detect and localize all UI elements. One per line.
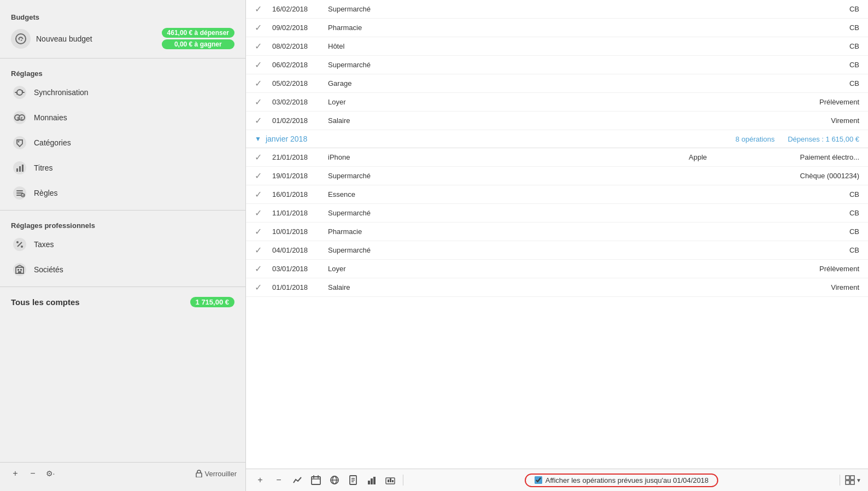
svg-point-8 <box>18 141 20 143</box>
svg-rect-50 <box>846 481 849 484</box>
check-icon: ✓ <box>255 245 266 255</box>
trans-type: Virement <box>761 283 859 291</box>
table-row[interactable]: ✓ 09/02/2018 Pharmacie CB <box>246 19 868 37</box>
bottom-toolbar: + − <box>246 469 868 491</box>
table-row[interactable]: ✓ 19/01/2018 Supermarché Chèque (0001234… <box>246 167 868 185</box>
budgets-section-title: Budgets <box>0 9 245 24</box>
sidebar-item-synchronisation[interactable]: Synchronisation <box>0 80 245 105</box>
table-row[interactable]: ✓ 06/02/2018 Supermarché CB <box>246 56 868 74</box>
trans-desc: Loyer <box>328 98 682 106</box>
trans-type: CB <box>761 246 859 254</box>
trans-type: CB <box>761 42 859 50</box>
bar-chart-svg <box>385 475 395 485</box>
budget-section: Nouveau budget 461,00 € à dépenser 0,00 … <box>0 24 245 54</box>
chart-line-svg <box>292 475 302 485</box>
main-content: ✓ 16/02/2018 Supermarché CB ✓ 09/02/2018… <box>246 0 868 491</box>
table-row[interactable]: ✓ 08/02/2018 Hôtel CB <box>246 37 868 56</box>
svg-rect-15 <box>16 192 23 194</box>
societes-label: Sociétés <box>34 265 63 274</box>
sidebar-item-categories[interactable]: Catégories <box>0 130 245 155</box>
globe-icon[interactable] <box>327 472 342 488</box>
taxes-label: Taxes <box>34 240 54 249</box>
forecast-checkbox[interactable] <box>535 476 542 484</box>
nouveau-budget-label[interactable]: Nouveau budget <box>36 34 156 43</box>
check-icon: ✓ <box>255 97 266 107</box>
svg-rect-25 <box>20 269 22 271</box>
trans-type: Prélèvement <box>761 265 859 273</box>
trans-date: 04/01/2018 <box>272 246 321 254</box>
svg-rect-49 <box>851 476 854 480</box>
table-row[interactable]: ✓ 01/02/2018 Salaire Virement <box>246 112 868 130</box>
table-row[interactable]: ✓ 01/01/2018 Salaire Virement <box>246 278 868 297</box>
document-icon[interactable] <box>345 472 361 488</box>
table-row[interactable]: ✓ 05/02/2018 Garage CB <box>246 74 868 93</box>
trans-type: Chèque (0001234) <box>761 172 859 180</box>
table-row[interactable]: ✓ 04/01/2018 Supermarché CB <box>246 241 868 260</box>
svg-rect-11 <box>19 166 21 172</box>
table-row[interactable]: ✓ 21/01/2018 iPhone Apple Paiement élect… <box>246 148 868 167</box>
table-row[interactable]: ✓ 16/01/2018 Essence CB <box>246 185 868 204</box>
sidebar-item-regles[interactable]: Règles <box>0 180 245 206</box>
svg-text:€: € <box>21 116 24 121</box>
svg-rect-12 <box>22 165 24 172</box>
trans-type: CB <box>761 5 859 13</box>
trans-type: CB <box>761 24 859 32</box>
budget-icon <box>11 29 31 49</box>
trans-desc: iPhone <box>328 153 682 161</box>
trans-type: CB <box>761 209 859 217</box>
svg-rect-43 <box>373 477 376 484</box>
chart-line-icon[interactable] <box>290 472 305 488</box>
sidebar-item-monnaies[interactable]: $ € Monnaies <box>0 105 245 130</box>
table-row[interactable]: ✓ 11/01/2018 Supermarché CB <box>246 204 868 223</box>
trans-type: CB <box>761 79 859 87</box>
sync-icon <box>11 84 28 101</box>
table-row[interactable]: ✓ 03/01/2018 Loyer Prélèvement <box>246 260 868 278</box>
svg-point-19 <box>16 241 19 243</box>
sidebar-item-titres[interactable]: Titres <box>0 155 245 180</box>
month-name[interactable]: janvier 2018 <box>266 135 731 143</box>
check-icon: ✓ <box>255 4 266 14</box>
lock-button[interactable]: Verrouiller <box>196 470 237 478</box>
svg-rect-45 <box>388 480 389 482</box>
table-row[interactable]: ✓ 16/02/2018 Supermarché CB <box>246 0 868 19</box>
table-row[interactable]: ✓ 10/01/2018 Pharmacie CB <box>246 223 868 241</box>
table-row[interactable]: ✓ 03/02/2018 Loyer Prélèvement <box>246 93 868 112</box>
building-icon <box>11 261 28 278</box>
calendar-icon[interactable] <box>308 472 324 488</box>
stats-svg <box>367 475 377 485</box>
trans-desc: Supermarché <box>328 172 682 180</box>
rules-icon <box>11 184 28 202</box>
check-icon: ✓ <box>255 208 266 218</box>
trans-desc: Pharmacie <box>328 227 682 236</box>
trans-date: 03/01/2018 <box>272 265 321 273</box>
settings-button[interactable]: ⚙· <box>44 467 57 480</box>
svg-rect-30 <box>312 477 320 484</box>
globe-svg <box>330 475 339 485</box>
percent-icon <box>11 236 28 253</box>
trans-type: Virement <box>761 116 859 125</box>
sidebar-item-societes[interactable]: Sociétés <box>0 257 245 282</box>
svg-rect-46 <box>390 478 391 482</box>
remove-button[interactable]: − <box>26 467 39 480</box>
chevron-down-icon[interactable]: ▼ <box>255 135 261 143</box>
svg-rect-14 <box>16 190 23 191</box>
trans-date: 08/02/2018 <box>272 42 321 50</box>
trans-date: 01/02/2018 <box>272 116 321 125</box>
svg-point-22 <box>13 263 26 276</box>
stats-icon[interactable] <box>364 472 379 488</box>
sidebar: Budgets Nouveau budget 461,00 € à dépens… <box>0 0 246 491</box>
trans-desc: Supermarché <box>328 5 682 13</box>
all-accounts[interactable]: Tous les comptes 1 715,00 € <box>0 291 245 313</box>
sidebar-item-taxes[interactable]: Taxes <box>0 232 245 257</box>
bar-chart-icon[interactable] <box>383 472 398 488</box>
remove-transaction-button[interactable]: − <box>271 472 286 488</box>
trans-type: CB <box>761 227 859 236</box>
trans-date: 05/02/2018 <box>272 79 321 87</box>
trans-date: 09/02/2018 <box>272 24 321 32</box>
add-button[interactable]: + <box>9 467 22 480</box>
trans-type: Prélèvement <box>761 98 859 106</box>
grid-view-button[interactable]: ▼ <box>845 475 861 485</box>
trans-date: 16/02/2018 <box>272 5 321 13</box>
add-transaction-button[interactable]: + <box>253 472 268 488</box>
check-icon: ✓ <box>255 60 266 70</box>
